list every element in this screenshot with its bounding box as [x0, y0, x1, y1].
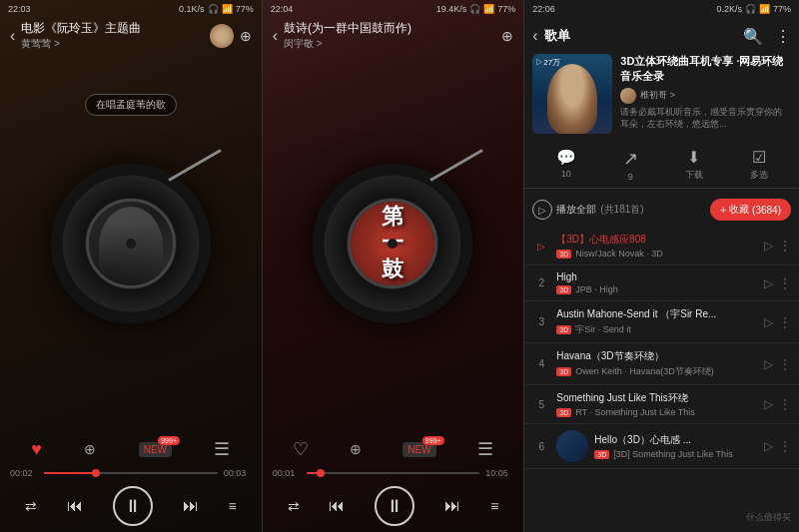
song-artist-text: 宇Sir · Send it: [575, 323, 631, 336]
stat-comment[interactable]: 💬 10: [556, 148, 576, 182]
song-info: Austin Mahone-Send it （宇Sir Re...3D宇Sir …: [556, 307, 758, 336]
lyrics-hint-1[interactable]: 在唱孟庭苇的歌: [85, 94, 177, 116]
shuffle-button-2[interactable]: ⇄: [288, 498, 300, 514]
song-item[interactable]: ▷【3D】心电感应8083DNisw/Jack Novak · 3D▷⋮: [524, 227, 799, 266]
collect-count: (3684): [752, 205, 781, 216]
prev-button-1[interactable]: ⏮: [67, 497, 83, 515]
status-time-1: 22:03: [8, 4, 31, 14]
menu-icon-1[interactable]: ☰: [214, 438, 230, 460]
author-avatar: [620, 88, 636, 104]
heart-icon-2[interactable]: ♡: [293, 438, 309, 460]
play-all-button[interactable]: ▷ 播放全部 (共181首): [532, 200, 643, 220]
song-play-icon[interactable]: ▷: [764, 439, 773, 453]
song-more-icon[interactable]: ⋮: [779, 276, 791, 290]
next-button-2[interactable]: ⏭: [444, 497, 460, 515]
song-play-icon[interactable]: ▷: [764, 315, 773, 329]
song-info: High3DJPB · High: [556, 271, 758, 294]
play-all-count: (共181首): [600, 203, 643, 217]
disc-1: [51, 164, 211, 323]
share-count: 9: [628, 172, 633, 182]
download-icon-stat: ⬇: [687, 148, 700, 167]
collect-plus-icon: +: [720, 205, 726, 216]
watermark: 什么值得买: [746, 511, 791, 524]
next-button-1[interactable]: ⏭: [183, 497, 199, 515]
song-play-icon[interactable]: ▷: [764, 357, 773, 371]
playback-controls-2: ⇄ ⏮ ⏸ ⏭ ≡: [273, 486, 514, 526]
song-title-2: 鼓诗(为一群中国鼓而作): [284, 21, 495, 37]
song-actions: ▷⋮: [764, 357, 791, 371]
song-item[interactable]: 4Havana（3D节奏环绕）3DOwen Keith · Havana(3D节…: [524, 343, 799, 385]
song-item[interactable]: 2High3DJPB · High▷⋮: [524, 266, 799, 301]
author-row[interactable]: 椎初哥 >: [620, 88, 791, 104]
song-number: 6: [532, 441, 550, 452]
share-icon-2[interactable]: ⊕: [501, 28, 513, 44]
time-left-2: 00:01: [273, 468, 301, 478]
song-item[interactable]: 6Hello（3D）心电感 ...3D[3D] Something Just L…: [524, 424, 799, 469]
stat-download[interactable]: ⬇ 下载: [685, 148, 703, 182]
top-nav-3: ‹ 歌单 🔍 ⋮: [524, 18, 799, 54]
song-tags-row: 3D[3D] Something Just Like This: [594, 449, 758, 459]
battery-2: 77%: [497, 4, 515, 14]
song-artist-text: RT · Something Just Like This: [575, 407, 695, 417]
song-name-text: 【3D】心电感应808: [556, 233, 758, 247]
menu-icon-2[interactable]: ☰: [477, 438, 493, 460]
share-action-1[interactable]: ⊕: [84, 441, 96, 457]
progress-bar-2: 00:01 10:05: [273, 468, 514, 478]
stat-share[interactable]: ↗ 9: [623, 148, 638, 182]
artist-avatar-1[interactable]: [210, 24, 234, 48]
back-button-1[interactable]: ‹: [10, 27, 15, 45]
song-play-icon[interactable]: ▷: [764, 276, 773, 290]
song-item[interactable]: 3Austin Mahone-Send it （宇Sir Re...3D宇Sir…: [524, 301, 799, 343]
song-info: Something Just Like This环绕3DRT · Somethi…: [556, 391, 758, 417]
more-options-icon-3[interactable]: ⋮: [775, 27, 791, 46]
song-more-icon[interactable]: ⋮: [779, 239, 791, 253]
progress-fill-1: [44, 472, 96, 474]
shuffle-button-1[interactable]: ⇄: [25, 498, 37, 514]
signal-icon: 📶: [222, 4, 233, 14]
time-right-2: 10:05: [485, 468, 513, 478]
song-play-icon[interactable]: ▷: [764, 397, 773, 411]
prev-button-2[interactable]: ⏮: [329, 497, 345, 515]
queue-button-1[interactable]: ≡: [229, 498, 237, 514]
comment-count: 10: [561, 169, 571, 179]
download-badge-1[interactable]: NEW 999+: [139, 442, 172, 457]
multiselect-label: 多选: [750, 169, 768, 182]
stat-multiselect[interactable]: ☑ 多选: [750, 148, 768, 182]
disc-center-1: [126, 239, 136, 249]
disc-center-2: [388, 239, 398, 249]
song-name-text: Austin Mahone-Send it （宇Sir Re...: [556, 307, 758, 321]
collect-button[interactable]: + 收藏 (3684): [710, 199, 791, 221]
progress-track-1[interactable]: [44, 472, 218, 474]
song-artist-2[interactable]: 闵宇敬 >: [284, 37, 495, 51]
player-panel-2: 22:04 19.4K/s 🎧 📶 77% ‹ 鼓诗(为一群中国鼓而作) 闵宇敬…: [262, 0, 524, 532]
back-button-3[interactable]: ‹: [532, 27, 537, 45]
share-icon-stat: ↗: [623, 148, 638, 170]
song-more-icon[interactable]: ⋮: [779, 315, 791, 329]
speed-indicator-2: 19.4K/s: [436, 4, 467, 14]
song-play-icon[interactable]: ▷: [764, 239, 773, 253]
progress-track-2[interactable]: [307, 472, 480, 474]
signal-icon-2: 📶: [483, 4, 494, 14]
playlist-cover-area: ▷27万 3D立体环绕曲耳机专享 ·网易环绕音乐全录 椎初哥 > 请务必戴耳机听…: [524, 54, 799, 134]
song-more-icon[interactable]: ⋮: [779, 397, 791, 411]
search-icon-3[interactable]: 🔍: [743, 27, 763, 46]
song-more-icon[interactable]: ⋮: [779, 439, 791, 453]
song-tag: 3D: [556, 285, 571, 294]
share-action-2[interactable]: ⊕: [350, 441, 362, 457]
play-pause-button-2[interactable]: ⏸: [375, 486, 414, 526]
song-more-icon[interactable]: ⋮: [779, 357, 791, 371]
status-time-3: 22:06: [532, 4, 555, 14]
song-name-text: Havana（3D节奏环绕）: [556, 349, 758, 363]
battery-3: 77%: [773, 4, 791, 14]
song-item[interactable]: 5Something Just Like This环绕3DRT · Someth…: [524, 385, 799, 424]
download-badge-2[interactable]: NEW 999+: [402, 442, 435, 457]
queue-button-2[interactable]: ≡: [490, 498, 498, 514]
play-pause-button-1[interactable]: ⏸: [113, 486, 153, 526]
song-actions: ▷⋮: [764, 439, 791, 453]
heart-icon-1[interactable]: ♥: [31, 439, 42, 460]
nav-info-2: 鼓诗(为一群中国鼓而作) 闵宇敬 >: [284, 21, 495, 51]
back-button-2[interactable]: ‹: [273, 27, 278, 45]
needle-1: [168, 149, 221, 182]
share-icon-1[interactable]: ⊕: [240, 28, 252, 44]
song-artist-1[interactable]: 黄莺莺 >: [21, 37, 203, 51]
